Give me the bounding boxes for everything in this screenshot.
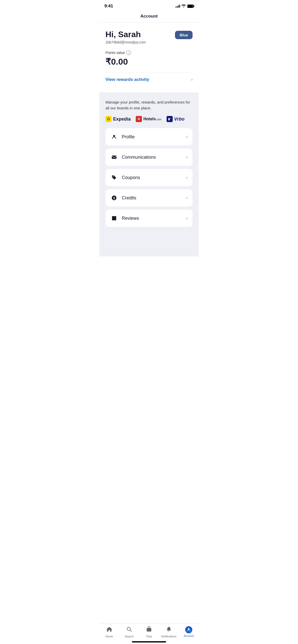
points-value: ₹0.00 [105, 56, 193, 67]
svg-rect-0 [168, 118, 170, 120]
battery-icon [187, 5, 194, 8]
rewards-link-row[interactable]: View rewards activity › [105, 73, 193, 86]
coupons-label: Coupons [122, 175, 140, 180]
tier-badge: Blue [175, 31, 193, 39]
manage-section: Manage your profile, rewards, and prefer… [99, 92, 199, 256]
communications-menu-item[interactable]: Communications › [105, 149, 193, 166]
vrbo-icon [167, 116, 173, 122]
profile-menu-item[interactable]: Profile › [105, 128, 193, 145]
credits-chevron-icon: › [186, 196, 187, 200]
user-email: 1bb79b6d@moodjoy.com [105, 40, 193, 44]
svg-rect-3 [112, 156, 116, 159]
hotels-icon: H [136, 116, 142, 122]
user-greeting: Hi, Sarah [105, 30, 141, 39]
svg-text:$: $ [113, 196, 115, 200]
account-header: Hi, Sarah Blue 1bb79b6d@moodjoy.com Poin… [99, 23, 199, 92]
bookmark-icon [111, 215, 118, 222]
expedia-icon [105, 116, 112, 122]
vrbo-logo: Vrbo [167, 116, 185, 122]
communications-label: Communications [122, 155, 156, 160]
wifi-icon [182, 4, 186, 8]
status-bar: 9:41 [99, 0, 199, 11]
communications-chevron-icon: › [186, 155, 187, 159]
reviews-label: Reviews [122, 216, 139, 221]
status-time: 9:41 [104, 4, 113, 9]
reviews-chevron-icon: › [186, 216, 187, 221]
expedia-label: Expedia [113, 116, 131, 122]
status-icons [175, 4, 194, 8]
hotels-logo: H Hotels.com [136, 116, 161, 122]
rewards-link-text: View rewards activity [105, 77, 149, 82]
coupons-menu-item[interactable]: Coupons › [105, 169, 193, 186]
reviews-menu-item[interactable]: Reviews › [105, 210, 193, 227]
info-icon[interactable]: i [126, 50, 131, 55]
dollar-icon: $ [111, 194, 118, 201]
expedia-logo: Expedia [105, 116, 131, 122]
page-title: Account [99, 11, 199, 23]
profile-label: Profile [122, 134, 135, 140]
credits-menu-item[interactable]: $ Credits › [105, 189, 193, 207]
profile-chevron-icon: › [186, 135, 187, 139]
points-label: Points value i [105, 50, 193, 55]
vrbo-label: Vrbo [174, 116, 185, 122]
hotels-label: Hotels.com [143, 117, 161, 121]
svg-rect-1 [170, 118, 171, 119]
brand-logos: Expedia H Hotels.com Vrbo [105, 116, 193, 122]
manage-description: Manage your profile, rewards, and prefer… [105, 99, 193, 111]
person-icon [111, 133, 118, 140]
rewards-chevron-icon: › [191, 77, 193, 82]
signal-icon [175, 5, 180, 8]
credits-label: Credits [122, 195, 136, 201]
mail-icon [111, 154, 118, 161]
svg-rect-7 [112, 216, 116, 221]
coupons-chevron-icon: › [186, 175, 187, 180]
svg-point-4 [113, 176, 114, 177]
tag-icon [111, 174, 118, 181]
svg-point-2 [113, 135, 115, 137]
user-row: Hi, Sarah Blue [105, 30, 193, 39]
